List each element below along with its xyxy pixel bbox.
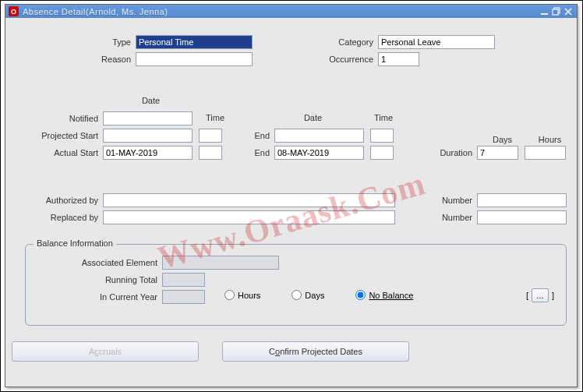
titlebar: O Absence Detail(Arnold, Ms. Jenna) <box>5 5 577 18</box>
type-field[interactable] <box>136 35 253 49</box>
auth-number-label: Number <box>426 196 477 205</box>
actual-end-date-field[interactable] <box>274 146 364 160</box>
replaced-by-label: Replaced by <box>5 213 103 222</box>
date-col-header-1: Date <box>118 96 183 105</box>
time-col-header-1: Time <box>200 113 231 122</box>
date-col-header-2: Date <box>281 113 345 122</box>
notified-label: Notified <box>5 114 103 123</box>
hours-radio[interactable]: Hours <box>224 290 260 300</box>
associated-element-label: Associated Element <box>26 258 162 267</box>
confirm-projected-dates-button[interactable]: Confirm Projected Dates <box>222 341 409 362</box>
no-balance-radio-label: No Balance <box>369 291 413 300</box>
projected-end-time-field[interactable] <box>370 129 394 143</box>
repl-number-field[interactable] <box>477 210 567 224</box>
minimize-button[interactable] <box>539 6 550 17</box>
content-area: Type Category Reason Occurrence Date Tim… <box>5 18 577 387</box>
balance-group-title: Balance Information <box>34 238 116 248</box>
associated-element-field[interactable] <box>162 256 279 270</box>
duration-days-field[interactable] <box>477 146 518 160</box>
actual-start-label: Actual Start <box>5 148 103 157</box>
days-col-header: Days <box>482 135 523 144</box>
svg-rect-2 <box>553 9 558 15</box>
running-total-field[interactable] <box>162 273 205 287</box>
hours-col-header: Hours <box>529 135 571 144</box>
svg-rect-0 <box>541 13 548 15</box>
balance-group: Balance Information Associated Element R… <box>25 244 567 326</box>
in-current-year-field[interactable] <box>162 290 205 304</box>
notified-date-field[interactable] <box>103 111 193 125</box>
hours-radio-label: Hours <box>238 291 260 300</box>
authorized-by-field[interactable] <box>103 193 395 207</box>
duration-label: Duration <box>403 148 477 157</box>
projected-start-date-field[interactable] <box>103 129 193 143</box>
time-col-header-2: Time <box>368 113 399 122</box>
absence-detail-window: O Absence Detail(Arnold, Ms. Jenna) Type… <box>5 4 578 387</box>
running-total-label: Running Total <box>26 275 162 284</box>
actual-start-date-field[interactable] <box>103 146 193 160</box>
projected-end-label: End <box>247 131 274 140</box>
days-radio[interactable]: Days <box>292 290 324 300</box>
window-title: Absence Detail(Arnold, Ms. Jenna) <box>23 7 539 16</box>
balance-details-button[interactable]: ... <box>532 288 549 302</box>
oracle-icon: O <box>9 6 19 16</box>
repl-number-label: Number <box>426 213 477 222</box>
days-radio-label: Days <box>305 291 324 300</box>
auth-number-field[interactable] <box>477 193 567 207</box>
bracket-right: ] <box>552 291 554 300</box>
duration-hours-field[interactable] <box>525 146 566 160</box>
actual-end-time-field[interactable] <box>370 146 394 160</box>
occurrence-label: Occurrence <box>308 55 378 64</box>
accruals-button[interactable]: Accruals <box>12 341 199 362</box>
category-label: Category <box>308 37 378 47</box>
close-button[interactable] <box>563 6 574 17</box>
authorized-by-label: Authorized by <box>5 196 103 205</box>
projected-start-time-field[interactable] <box>199 129 222 143</box>
bracket-left: [ <box>526 291 528 300</box>
occurrence-field[interactable] <box>378 52 419 66</box>
category-field[interactable] <box>378 35 495 49</box>
replaced-by-field[interactable] <box>103 210 395 224</box>
restore-button[interactable] <box>551 6 562 17</box>
in-current-year-label: In Current Year <box>26 292 162 302</box>
type-label: Type <box>5 37 136 47</box>
no-balance-radio[interactable]: No Balance <box>355 290 413 300</box>
projected-start-label: Projected Start <box>5 131 103 140</box>
actual-start-time-field[interactable] <box>199 146 222 160</box>
reason-label: Reason <box>5 55 136 64</box>
projected-end-date-field[interactable] <box>274 129 364 143</box>
reason-field[interactable] <box>136 52 253 66</box>
actual-end-label: End <box>247 148 274 157</box>
